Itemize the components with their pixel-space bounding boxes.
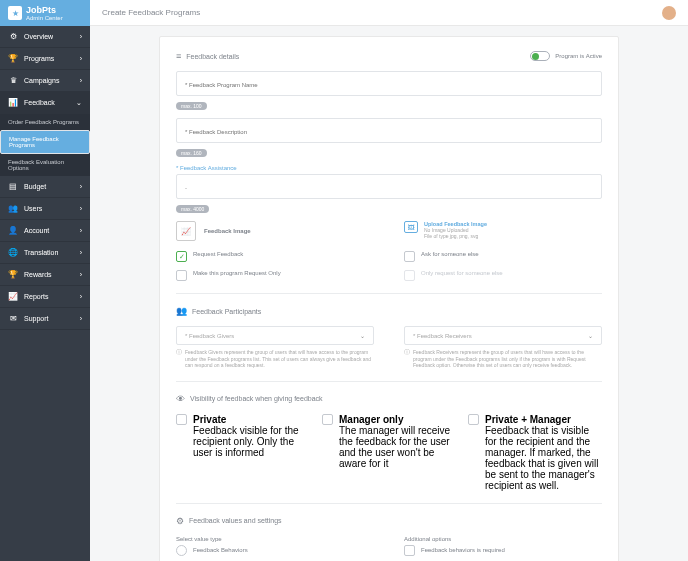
reports-icon: 📈 — [8, 292, 18, 301]
value-type-label: Select value type — [176, 536, 374, 542]
nav-translation[interactable]: 🌐Translation› — [0, 242, 90, 264]
nav-campaigns[interactable]: ♛Campaigns› — [0, 70, 90, 92]
globe-icon: 🌐 — [8, 248, 18, 257]
chevron-right-icon: › — [80, 315, 82, 322]
nav-reports[interactable]: 📈Reports› — [0, 286, 90, 308]
vis-manager-desc: The manager will receive the feedback fo… — [339, 425, 456, 469]
nav-account[interactable]: 👤Account› — [0, 220, 90, 242]
chevron-right-icon: › — [80, 271, 82, 278]
section-participants-title: Feedback Participants — [192, 308, 261, 315]
trophy-icon: 🏆 — [8, 270, 18, 279]
vis-private-title: Private — [193, 414, 310, 425]
user-icon: 👤 — [8, 226, 18, 235]
only-else-checkbox — [404, 270, 415, 281]
request-only-checkbox[interactable] — [176, 270, 187, 281]
brand-logo: ★ JobPts Admin Center — [0, 0, 90, 26]
chevron-right-icon: › — [80, 55, 82, 62]
chevron-right-icon: › — [80, 249, 82, 256]
logo-icon: ★ — [8, 6, 22, 20]
info-icon: ⓘ — [176, 349, 182, 369]
chevron-right-icon: › — [80, 227, 82, 234]
gear-icon: ⚙ — [176, 516, 184, 526]
section-visibility-title: Visibility of feedback when giving feedb… — [190, 395, 323, 402]
vis-private-checkbox[interactable] — [176, 414, 187, 425]
crown-icon: ♛ — [8, 76, 18, 85]
chevron-down-icon: ⌄ — [360, 332, 365, 339]
vis-both-checkbox[interactable] — [468, 414, 479, 425]
upload-hint: File of type jpg, png, svg — [424, 233, 487, 239]
request-only-label: Make this program Request Only — [193, 270, 281, 276]
program-name-field[interactable] — [176, 71, 602, 96]
nav-users[interactable]: 👥Users› — [0, 198, 90, 220]
brand-name: JobPts — [26, 6, 63, 15]
section-values-title: Feedback values and settings — [189, 517, 282, 524]
vis-both-desc: Feedback that is visible for the recipie… — [485, 425, 602, 491]
nav-programs[interactable]: 🏆Programs› — [0, 48, 90, 70]
nav-budget[interactable]: ▤Budget› — [0, 176, 90, 198]
only-else-label: Only request for someone else — [421, 270, 503, 276]
receivers-note: Feedback Receivers represent the group o… — [413, 349, 602, 369]
chevron-right-icon: › — [80, 205, 82, 212]
desc-max-tag: max. 160 — [176, 149, 207, 157]
chevron-right-icon: › — [80, 183, 82, 190]
receivers-select[interactable]: * Feedback Receivers⌄ — [404, 326, 602, 345]
sub-manage-programs[interactable]: Manage Feedback Programs — [0, 130, 90, 154]
nav-feedback[interactable]: 📊Feedback⌄ — [0, 92, 90, 114]
trophy-icon: 🏆 — [8, 54, 18, 63]
assist-max-tag: max. 4000 — [176, 205, 209, 213]
givers-note: Feedback Givers represent the group of u… — [185, 349, 374, 369]
list-icon: ≡ — [176, 51, 181, 61]
vis-private-desc: Feedback visible for the recipient only.… — [193, 425, 310, 458]
sub-order-programs[interactable]: Order Feedback Programs — [0, 114, 90, 130]
image-label: Feedback Image — [204, 228, 251, 234]
participants-icon: 👥 — [176, 306, 187, 316]
request-feedback-label: Request Feedback — [193, 251, 243, 257]
users-icon: 👥 — [8, 204, 18, 213]
assistance-input[interactable] — [185, 185, 593, 191]
chevron-down-icon: ⌄ — [76, 99, 82, 107]
ask-else-checkbox[interactable] — [404, 251, 415, 262]
nav-overview[interactable]: ⚙Overview› — [0, 26, 90, 48]
gauge-icon: ⚙ — [8, 32, 18, 41]
image-thumb: 📈 — [176, 221, 196, 241]
mail-icon: ✉ — [8, 314, 18, 323]
eye-icon: 👁 — [176, 394, 185, 404]
ask-else-label: Ask for someone else — [421, 251, 479, 257]
assistance-label: * Feedback Assistance — [176, 165, 602, 171]
chk-behaviors-required[interactable] — [404, 545, 415, 556]
nav-rewards[interactable]: 🏆Rewards› — [0, 264, 90, 286]
program-desc-input[interactable] — [185, 129, 593, 135]
radio-behaviors[interactable] — [176, 545, 187, 556]
info-icon: ⓘ — [404, 349, 410, 369]
page-title: Create Feedback Programs — [102, 8, 200, 17]
chevron-right-icon: › — [80, 77, 82, 84]
additional-options-label: Additional options — [404, 536, 602, 542]
givers-select[interactable]: * Feedback Givers⌄ — [176, 326, 374, 345]
sub-evaluation-options[interactable]: Feedback Evaluation Options — [0, 154, 90, 176]
vis-both-title: Private + Manager — [485, 414, 602, 425]
vis-manager-title: Manager only — [339, 414, 456, 425]
assistance-field[interactable] — [176, 174, 602, 199]
upload-image[interactable]: 🖼 Upload Feedback Image No Image Uploade… — [404, 221, 602, 241]
brand-sub: Admin Center — [26, 15, 63, 21]
active-toggle[interactable] — [530, 51, 550, 61]
chevron-right-icon: › — [80, 293, 82, 300]
chevron-down-icon: ⌄ — [588, 332, 593, 339]
vis-manager-checkbox[interactable] — [322, 414, 333, 425]
request-feedback-checkbox[interactable]: ✓ — [176, 251, 187, 262]
program-name-input[interactable] — [185, 82, 593, 88]
avatar[interactable] — [662, 6, 676, 20]
chevron-right-icon: › — [80, 33, 82, 40]
upload-icon: 🖼 — [404, 221, 418, 233]
program-desc-field[interactable] — [176, 118, 602, 143]
active-label: Program is Active — [555, 53, 602, 59]
nav-support[interactable]: ✉Support› — [0, 308, 90, 330]
chart-icon: 📊 — [8, 98, 18, 107]
name-max-tag: max. 100 — [176, 102, 207, 110]
section-details-title: Feedback details — [186, 53, 239, 60]
list-icon: ▤ — [8, 182, 18, 191]
